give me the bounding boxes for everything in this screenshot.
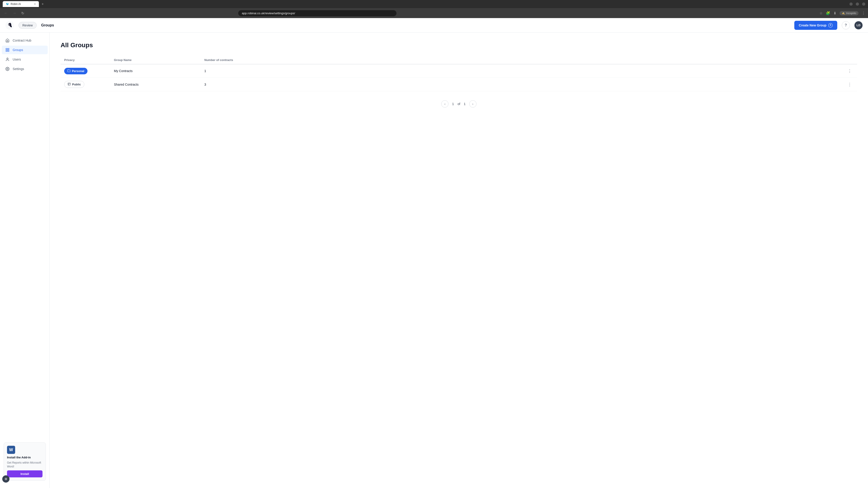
sidebar-item-contract-hub[interactable]: Contract Hub	[2, 36, 48, 45]
groups-table: Privacy Group Name Number of contracts	[61, 56, 857, 91]
personal-folder-icon	[67, 69, 70, 73]
table-header: Privacy Group Name Number of contracts	[61, 56, 857, 64]
svg-rect-4	[6, 51, 7, 52]
extensions-icon[interactable]: 🧩	[826, 11, 830, 15]
word-icon: W	[7, 446, 15, 454]
all-groups-title: All Groups	[61, 41, 857, 49]
main-content: All Groups Privacy Group Name Number of …	[50, 33, 868, 488]
public-folder-icon	[68, 83, 71, 86]
logo[interactable]	[5, 21, 14, 30]
svg-point-1	[8, 24, 9, 25]
privacy-column-header: Privacy	[61, 56, 110, 64]
sidebar-item-label: Users	[13, 58, 21, 61]
svg-rect-2	[6, 48, 7, 50]
back-button[interactable]: ←	[3, 10, 9, 16]
address-bar: ← → ↻ ☆ 🧩 ⬇ 🕵 Incognito ⋮	[0, 8, 868, 18]
row-more-button[interactable]: ⋮	[846, 81, 854, 88]
close-button[interactable]	[862, 2, 865, 6]
table-row: Public Shared Contracts 3 ⋮	[61, 78, 857, 91]
group-name: My Contracts	[114, 69, 132, 73]
browser-tab[interactable]: 🐦 Robin AI ×	[3, 1, 39, 7]
chevron-left-icon: ‹	[444, 102, 445, 106]
create-label: Create New Group	[799, 24, 827, 27]
settings-widget[interactable]: ⚙	[2, 475, 9, 483]
review-button[interactable]: Review	[19, 22, 37, 29]
sidebar-item-label: Contract Hub	[13, 39, 31, 42]
bookmark-icon[interactable]: ☆	[819, 11, 823, 15]
maximize-button[interactable]	[856, 2, 859, 6]
sidebar-item-users[interactable]: Users	[2, 55, 48, 64]
forward-button[interactable]: →	[11, 10, 18, 16]
addon-description: Get Reports within Microsoft Word!	[7, 461, 42, 468]
contracts-column-header: Number of contracts	[201, 56, 842, 64]
grid-icon	[5, 48, 10, 52]
browser-chrome: 🐦 Robin AI × +	[0, 0, 868, 8]
prev-page-button[interactable]: ‹	[441, 100, 448, 107]
svg-rect-8	[68, 83, 70, 86]
create-new-group-button[interactable]: Create New Group +	[794, 21, 837, 30]
tab-close-button[interactable]: ×	[34, 2, 36, 6]
sidebar-item-label: Settings	[13, 67, 24, 71]
sidebar-item-groups[interactable]: Groups	[2, 46, 48, 54]
settings-icon	[5, 67, 10, 71]
menu-icon[interactable]: ⋮	[862, 11, 865, 15]
page-of-label: of	[458, 102, 460, 106]
settings-widget-icon: ⚙	[4, 477, 7, 481]
minimize-button[interactable]	[849, 2, 852, 6]
sidebar-item-label: Groups	[13, 48, 23, 52]
personal-label: Personal	[72, 69, 84, 73]
user-icon	[5, 57, 10, 61]
svg-point-6	[7, 58, 8, 59]
incognito-icon: 🕵	[842, 12, 845, 15]
addon-card: W Install the Add-in Get Reports within …	[4, 442, 46, 481]
current-page: 1	[452, 102, 454, 106]
contract-count: 1	[204, 69, 206, 73]
addon-title: Install the Add-in	[7, 456, 42, 459]
sidebar-item-settings[interactable]: Settings	[2, 65, 48, 73]
svg-rect-5	[8, 51, 9, 52]
next-page-button[interactable]: ›	[469, 100, 476, 107]
table-row: Personal My Contracts 1 ⋮	[61, 64, 857, 78]
contract-count: 3	[204, 83, 206, 86]
group-name-column-header: Group Name	[110, 56, 201, 64]
total-pages: 1	[464, 102, 466, 106]
chevron-right-icon: ›	[472, 102, 473, 106]
personal-badge[interactable]: Personal	[64, 68, 88, 74]
install-button[interactable]: Install	[7, 470, 42, 477]
public-label: Public	[72, 83, 81, 86]
public-badge[interactable]: Public	[64, 81, 84, 88]
incognito-badge: 🕵 Incognito	[839, 11, 859, 15]
download-icon[interactable]: ⬇	[833, 11, 836, 15]
sidebar: Contract Hub Groups Users	[0, 33, 50, 488]
app-header: Review Groups Create New Group + ? LD	[0, 18, 868, 33]
plus-icon: +	[828, 23, 833, 28]
address-input[interactable]	[238, 10, 397, 16]
row-more-button[interactable]: ⋮	[846, 68, 854, 74]
page-title: Groups	[41, 23, 54, 27]
tab-favicon: 🐦	[6, 2, 9, 6]
main-layout: Contract Hub Groups Users	[0, 33, 868, 488]
toolbar-icons: ☆ 🧩 ⬇ 🕵 Incognito ⋮	[819, 11, 865, 15]
group-name: Shared Contracts	[114, 83, 138, 86]
svg-rect-3	[8, 48, 9, 50]
avatar[interactable]: LD	[855, 21, 863, 29]
window-controls	[849, 2, 865, 6]
pagination: ‹ 1 of 1 ›	[61, 100, 857, 107]
incognito-label: Incognito	[846, 12, 856, 14]
svg-point-7	[7, 68, 8, 70]
help-button[interactable]: ?	[842, 21, 850, 29]
new-tab-button[interactable]: +	[41, 1, 44, 7]
home-icon	[5, 38, 10, 42]
reload-button[interactable]: ↻	[20, 10, 26, 16]
tab-title: Robin AI	[11, 2, 21, 6]
